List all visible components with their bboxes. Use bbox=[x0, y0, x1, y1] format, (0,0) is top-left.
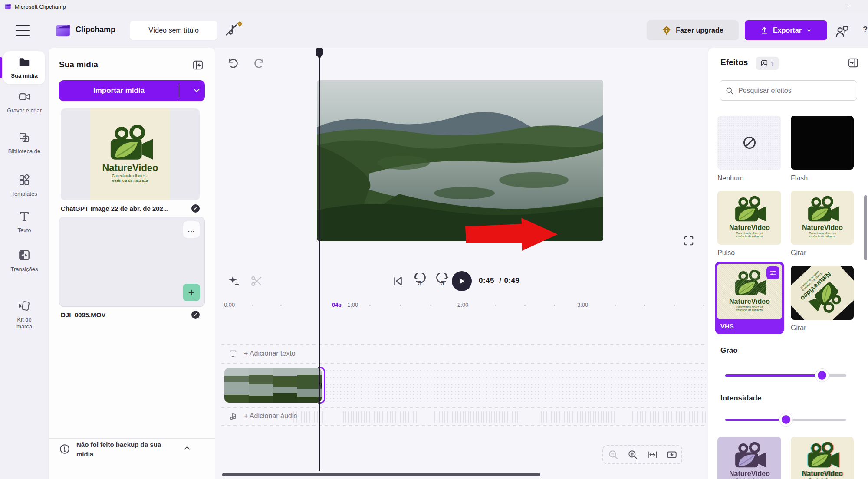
svg-text:NatureVideo: NatureVideo bbox=[729, 224, 770, 231]
library-icon bbox=[18, 131, 31, 144]
window-titlebar: Microsoft Clipchamp – bbox=[0, 0, 868, 13]
timeline-zoom-controls bbox=[602, 445, 682, 464]
menu-icon[interactable] bbox=[16, 25, 30, 36]
add-to-timeline-button[interactable]: + bbox=[183, 284, 200, 301]
time-display: 0:45 /0:49 bbox=[479, 276, 520, 285]
premium-gem-badge bbox=[237, 21, 243, 27]
svg-text:Conectando olhares à: Conectando olhares à bbox=[809, 232, 836, 235]
image-icon bbox=[760, 59, 768, 67]
effect-label[interactable]: Girar bbox=[791, 324, 806, 332]
effects-panel-scrollbar[interactable] bbox=[864, 195, 867, 260]
naturevideo-logo: NatureVideo Conectando olhares à essênci… bbox=[797, 442, 848, 479]
check-badge: ✓ bbox=[191, 311, 200, 319]
split-scissors-icon[interactable] bbox=[250, 275, 263, 288]
effects-panel-title: Efeitos bbox=[720, 58, 748, 67]
effect-tile-pulso[interactable]: NatureVideo Conectando olhares à essênci… bbox=[717, 191, 781, 245]
chevron-down-icon bbox=[806, 27, 812, 33]
chevron-up-icon[interactable] bbox=[182, 443, 192, 453]
redo-icon[interactable] bbox=[253, 57, 266, 70]
nav-item-biblioteca[interactable]: Biblioteca de bbox=[0, 131, 49, 155]
naturevideo-logo: NatureVideo Conectando olhares à essênci… bbox=[791, 266, 854, 320]
none-ban-icon bbox=[741, 134, 758, 151]
undo-icon[interactable] bbox=[227, 57, 240, 70]
ruler-label: 3:00 bbox=[577, 302, 588, 308]
snap-frame-icon[interactable] bbox=[666, 449, 677, 460]
left-nav-rail: Sua mídia Gravar e criar Biblioteca de T… bbox=[0, 48, 49, 479]
video-preview[interactable] bbox=[317, 80, 603, 241]
naturevideo-logo: NatureVideo Conectando olhares à essênci… bbox=[724, 442, 775, 479]
add-text-track[interactable]: + Adicionar texto bbox=[228, 349, 296, 358]
media-item-thumbnail[interactable]: … + bbox=[59, 217, 205, 307]
effect-tile-girar[interactable]: NatureVideo Conectando olhares à essênci… bbox=[791, 191, 854, 245]
svg-text:NatureVideo: NatureVideo bbox=[729, 470, 770, 477]
effect-label[interactable]: Flash bbox=[791, 174, 808, 182]
effect-tile-vhs-selected[interactable]: NatureVideo Conectando olhares à essênci… bbox=[715, 262, 784, 334]
music-note-icon bbox=[228, 411, 238, 421]
effect-tile-flash[interactable] bbox=[791, 116, 854, 170]
svg-text:5: 5 bbox=[418, 279, 422, 287]
nav-item-templates[interactable]: Templates bbox=[0, 174, 49, 197]
effect-label[interactable]: Girar bbox=[791, 249, 806, 257]
slider-knob[interactable] bbox=[782, 415, 790, 424]
add-audio-track[interactable]: + Adicionar áudio bbox=[228, 411, 297, 421]
editor-center: 5 5 0:45 /0:49 0:00 1:00 04s 2:00 3:00 bbox=[215, 48, 708, 479]
collapse-panel-icon[interactable] bbox=[192, 59, 204, 71]
backup-notice[interactable]: Não foi feito backup da sua mídia bbox=[59, 440, 205, 459]
svg-text:NatureVideo: NatureVideo bbox=[729, 298, 770, 305]
skip-to-start-icon[interactable] bbox=[391, 275, 404, 288]
nav-item-gravar-e-criar[interactable]: Gravar e criar bbox=[0, 90, 49, 114]
effect-tile-partial[interactable]: NatureVideo Conectando olhares à essênci… bbox=[717, 437, 781, 479]
nav-item-transicoes[interactable]: Transições bbox=[0, 248, 49, 273]
effects-sparkle-icon[interactable] bbox=[227, 275, 240, 288]
import-options-chevron-icon[interactable] bbox=[192, 85, 201, 95]
playback-controls: 5 5 0:45 /0:49 bbox=[215, 271, 708, 293]
effect-label[interactable]: Pulso bbox=[717, 249, 735, 257]
import-media-button[interactable]: Importar mídia bbox=[59, 80, 205, 101]
playhead-line[interactable] bbox=[319, 57, 320, 471]
timeline-ruler[interactable]: 0:00 1:00 04s 2:00 3:00 bbox=[215, 299, 708, 312]
intensity-slider[interactable] bbox=[725, 415, 846, 424]
upgrade-button[interactable]: Fazer upgrade bbox=[647, 20, 739, 40]
effect-label[interactable]: Nenhum bbox=[717, 174, 743, 182]
nav-item-sua-midia[interactable]: Sua mídia bbox=[0, 56, 49, 79]
grain-slider[interactable] bbox=[725, 371, 846, 380]
forward-5-icon[interactable]: 5 bbox=[435, 273, 450, 289]
more-options-button[interactable]: … bbox=[183, 221, 200, 238]
playhead-time-label: 04s bbox=[332, 302, 345, 308]
effects-search-input[interactable] bbox=[738, 87, 852, 95]
play-button[interactable] bbox=[452, 271, 472, 291]
nav-item-texto[interactable]: Texto bbox=[0, 210, 49, 234]
clipchamp-app: Microsoft Clipchamp – Clipchamp Fazer up… bbox=[0, 0, 868, 479]
media-item-thumbnail[interactable]: NatureVideo Conectando olhares à essênci… bbox=[61, 108, 200, 200]
help-icon[interactable]: ? bbox=[863, 25, 868, 34]
minimize-button[interactable]: – bbox=[837, 0, 856, 13]
export-button[interactable]: Exportar bbox=[745, 20, 827, 40]
effect-settings-icon[interactable] bbox=[766, 266, 779, 279]
collaborate-icon[interactable] bbox=[834, 23, 850, 39]
project-title-input[interactable] bbox=[130, 21, 217, 40]
gem-icon bbox=[662, 26, 671, 35]
folder-icon bbox=[18, 56, 31, 69]
audio-muted-icon[interactable] bbox=[224, 23, 241, 40]
fullscreen-icon[interactable] bbox=[683, 235, 694, 246]
media-panel-title: Sua mídia bbox=[59, 60, 98, 69]
fit-to-width-icon[interactable] bbox=[647, 449, 658, 460]
media-item-name: ChatGPT Image 22 de abr. de 202... bbox=[61, 205, 191, 212]
timeline-video-clip[interactable] bbox=[224, 368, 322, 403]
effect-tile-nenhum[interactable] bbox=[717, 116, 781, 170]
timeline-horizontal-scrollbar[interactable] bbox=[222, 473, 540, 476]
rewind-5-icon[interactable]: 5 bbox=[412, 273, 427, 289]
effect-tile-partial[interactable]: NatureVideo Conectando olhares à essênci… bbox=[791, 437, 854, 479]
zoom-in-icon[interactable] bbox=[627, 449, 638, 460]
camera-icon bbox=[18, 90, 31, 103]
collapse-panel-icon[interactable] bbox=[847, 57, 859, 69]
effect-tile-girar-2[interactable]: NatureVideo Conectando olhares à essênci… bbox=[791, 266, 854, 320]
nav-item-kit-de-marca[interactable]: Kit de marca bbox=[0, 299, 49, 330]
clipchamp-logo-icon bbox=[4, 3, 11, 10]
add-audio-label: + Adicionar áudio bbox=[244, 412, 297, 420]
slider-knob[interactable] bbox=[818, 371, 826, 380]
svg-text:NatureVideo: NatureVideo bbox=[802, 470, 843, 477]
zoom-out-icon[interactable] bbox=[608, 449, 619, 460]
app-header: Clipchamp Fazer upgrade Exportar bbox=[0, 13, 868, 48]
templates-icon bbox=[18, 174, 31, 187]
